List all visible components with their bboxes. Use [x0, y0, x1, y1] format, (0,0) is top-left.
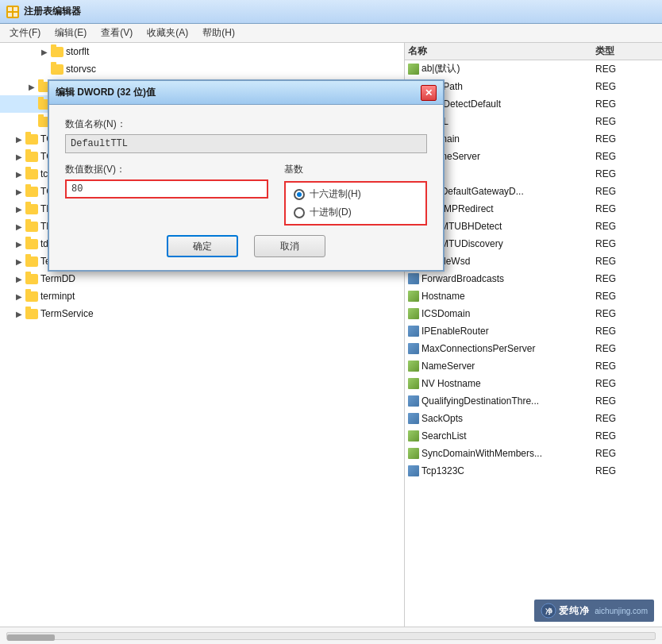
base-label: 基数 [284, 163, 427, 176]
radio-hex-btn[interactable] [294, 189, 305, 200]
dialog-body: 数值名称(N)： 数值数据(V)： 基数 十六进制(H) [49, 105, 443, 270]
radio-hex[interactable]: 十六进制(H) [294, 187, 418, 201]
dialog-name-input[interactable] [65, 134, 427, 153]
radio-group: 十六进制(H) 十进制(D) [284, 181, 427, 226]
dialog-base-section: 基数 十六进制(H) 十进制(D) [284, 163, 427, 226]
dialog-cancel-button[interactable]: 取消 [254, 235, 325, 257]
radio-dec-label: 十进制(D) [310, 206, 352, 219]
dialog-value-input[interactable] [65, 179, 268, 199]
edit-dword-dialog: 编辑 DWORD (32 位)值 ✕ 数值名称(N)： 数值数据(V)： 基数 … [48, 79, 445, 272]
radio-dec[interactable]: 十进制(D) [294, 206, 418, 219]
radio-dec-btn[interactable] [294, 207, 305, 218]
dialog-row: 数值数据(V)： 基数 十六进制(H) 十进制(D) [65, 163, 427, 226]
dialog-close-button[interactable]: ✕ [421, 85, 437, 101]
dialog-buttons: 确定 取消 [65, 235, 427, 257]
radio-hex-label: 十六进制(H) [310, 187, 361, 201]
dialog-data-label: 数值数据(V)： [65, 163, 268, 176]
dialog-overlay: 编辑 DWORD (32 位)值 ✕ 数值名称(N)： 数值数据(V)： 基数 … [0, 0, 662, 644]
dialog-ok-button[interactable]: 确定 [167, 235, 238, 257]
dialog-value-section: 数值数据(V)： [65, 163, 268, 199]
dialog-title-bar: 编辑 DWORD (32 位)值 ✕ [49, 81, 443, 105]
dialog-title: 编辑 DWORD (32 位)值 [56, 86, 156, 99]
dialog-name-label: 数值名称(N)： [65, 118, 427, 131]
